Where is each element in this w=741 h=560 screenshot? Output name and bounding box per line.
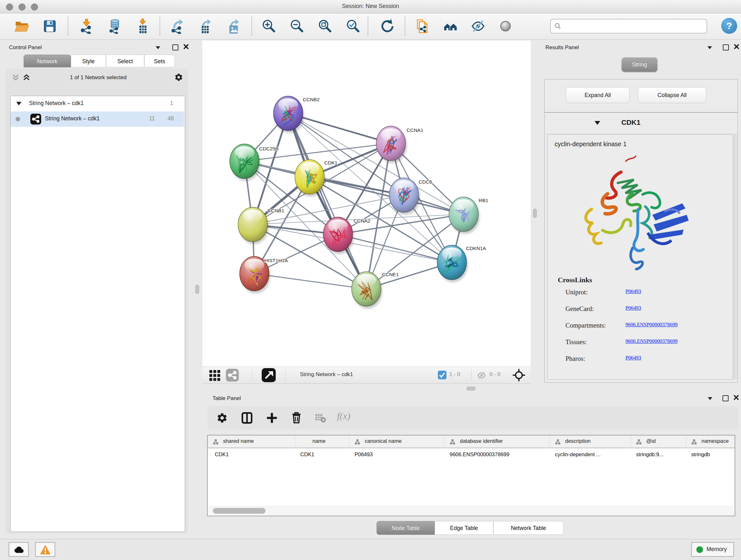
network-canvas[interactable]: CCNB2CCNA1CDC25BCDK1CDC6RB1CCNB1CCNA2CDK… [202, 41, 531, 367]
column-header-database-identifier[interactable]: database identifier [445, 435, 550, 448]
network-node-CDK1[interactable] [295, 160, 326, 197]
panel-close-icon[interactable] [183, 44, 189, 50]
create-column-plus-icon[interactable] [266, 412, 278, 424]
help-button[interactable]: ? [721, 18, 737, 34]
network-row[interactable]: String Network – cdk1 11 48 [10, 111, 184, 127]
tab-network-table[interactable]: Network Table [493, 521, 563, 535]
toolbar-separator [367, 17, 368, 36]
tab-string[interactable]: String [622, 57, 657, 72]
collection-expander-icon[interactable] [16, 102, 21, 105]
tab-edge-table[interactable]: Edge Table [434, 521, 493, 535]
panel-menu-icon[interactable] [156, 46, 160, 49]
hide-unhide-button[interactable] [470, 18, 486, 34]
bottom-splitter-handle[interactable] [467, 387, 475, 390]
network-node-CCNB2[interactable] [273, 96, 304, 133]
selected-checkbox[interactable] [438, 371, 447, 379]
gray-orb-button[interactable] [498, 18, 513, 34]
left-splitter-handle[interactable] [195, 285, 199, 294]
tab-node-table[interactable]: Node Table [377, 521, 434, 535]
table-cell[interactable]: CDK1 [296, 449, 349, 462]
collapse-all-icon[interactable] [11, 73, 20, 82]
import-table-icon [135, 18, 151, 34]
tab-style[interactable]: Style [71, 55, 106, 67]
crosslink-row: Tissues: 9606.ENSP00000378699 [565, 338, 587, 346]
export-network-button[interactable] [170, 18, 185, 34]
cloud-icon [13, 545, 24, 554]
panel-float-icon[interactable] [723, 44, 729, 51]
expand-collapse-box: Expand All Collapse All [544, 79, 738, 112]
column-header-at-id[interactable]: @id [631, 435, 686, 448]
import-network-button[interactable] [79, 18, 94, 34]
panel-menu-icon[interactable] [708, 46, 712, 49]
network-node-CCNA1[interactable] [376, 126, 407, 163]
network-badge-icon[interactable] [226, 369, 239, 381]
string-home-button[interactable] [443, 18, 458, 34]
collapse-all-button[interactable]: Collapse All [638, 87, 706, 103]
table-horizontal-scrollbar[interactable] [208, 506, 734, 515]
save-session-button[interactable] [42, 18, 57, 34]
network-node-RB1[interactable] [449, 197, 480, 234]
column-header-canonical-name[interactable]: canonical name [349, 435, 445, 448]
network-options-gear-icon[interactable] [174, 73, 183, 82]
import-network-from-database-button[interactable] [107, 18, 123, 34]
table-cell[interactable]: CDK1 [208, 449, 296, 462]
zoom-in-button[interactable] [261, 18, 276, 34]
panel-menu-icon[interactable] [708, 397, 712, 400]
show-columns-icon[interactable] [241, 412, 253, 424]
tab-sets[interactable]: Sets [144, 55, 175, 67]
panel-close-icon[interactable] [733, 395, 739, 400]
column-header-description[interactable]: description [550, 435, 631, 448]
table-cell[interactable]: P06493 [349, 449, 445, 462]
crosslink-value-link[interactable]: P06493 [625, 305, 641, 311]
export-image-button[interactable] [226, 18, 241, 34]
zoom-selected-button[interactable] [345, 18, 360, 34]
hidden-node-edge-count: 0 - 0 [489, 371, 500, 378]
warnings-button[interactable] [35, 542, 55, 557]
grid-view-icon[interactable] [209, 369, 221, 381]
cloud-button[interactable] [9, 542, 29, 557]
gene-section-header[interactable]: CDK1 [545, 113, 738, 134]
table-cell[interactable]: cyclin-dependent ... [550, 449, 631, 462]
crosshair-icon[interactable] [513, 369, 525, 381]
tab-network[interactable]: Network [23, 55, 71, 67]
network-node-CDKN1A[interactable] [437, 245, 468, 282]
memory-button[interactable]: Memory [691, 542, 734, 557]
birds-eye-view-button[interactable] [262, 368, 276, 382]
network-node-CCNE1[interactable] [352, 272, 382, 309]
import-table-button[interactable] [135, 18, 151, 34]
table-cell[interactable]: stringdb:9... [631, 449, 686, 462]
gene-expander-icon[interactable] [595, 121, 600, 125]
apply-layout-button[interactable] [380, 18, 395, 34]
string-import-button[interactable] [415, 18, 430, 34]
zoom-in-icon [261, 18, 276, 34]
column-header-name[interactable]: name [296, 435, 349, 448]
crosslink-value-link[interactable]: P06493 [625, 289, 641, 294]
node-label-CCNE1: CCNE1 [382, 272, 399, 277]
panel-float-icon[interactable] [723, 395, 729, 401]
search-input[interactable] [563, 20, 702, 32]
crosslink-value-link[interactable]: 9606.ENSP00000378699 [625, 338, 677, 344]
scrollbar-thumb[interactable] [213, 508, 266, 514]
crosslink-value-link[interactable]: P06493 [625, 355, 641, 361]
zoom-fit-button[interactable] [317, 18, 333, 34]
zoom-out-button[interactable] [289, 18, 305, 34]
open-session-button[interactable] [14, 18, 29, 34]
right-splitter-handle[interactable] [533, 209, 537, 218]
table-cell[interactable]: stringdb [686, 449, 735, 462]
expand-all-icon[interactable] [22, 73, 30, 82]
export-table-button[interactable] [198, 18, 213, 34]
delete-column-trash-icon[interactable] [290, 411, 303, 424]
tab-select[interactable]: Select [106, 55, 144, 67]
table-settings-gear-icon[interactable] [216, 412, 228, 424]
column-header-namespace[interactable]: namespace [686, 435, 735, 448]
gene-details-scrollbar[interactable] [734, 134, 737, 379]
expand-all-button[interactable]: Expand All [566, 87, 630, 103]
hidden-eye-slash-icon[interactable] [477, 371, 486, 380]
network-collection-row[interactable]: String Network – cdk1 1 [10, 96, 184, 111]
crosslink-value-link[interactable]: 9606.ENSP00000378699 [625, 322, 677, 327]
table-cell[interactable]: 9606.ENSP00000378699 [445, 449, 550, 462]
panel-close-icon[interactable] [734, 44, 739, 50]
column-header-shared-name[interactable]: shared name [208, 435, 296, 448]
panel-float-icon[interactable] [172, 44, 179, 51]
network-node-CCNB1[interactable] [238, 207, 269, 244]
